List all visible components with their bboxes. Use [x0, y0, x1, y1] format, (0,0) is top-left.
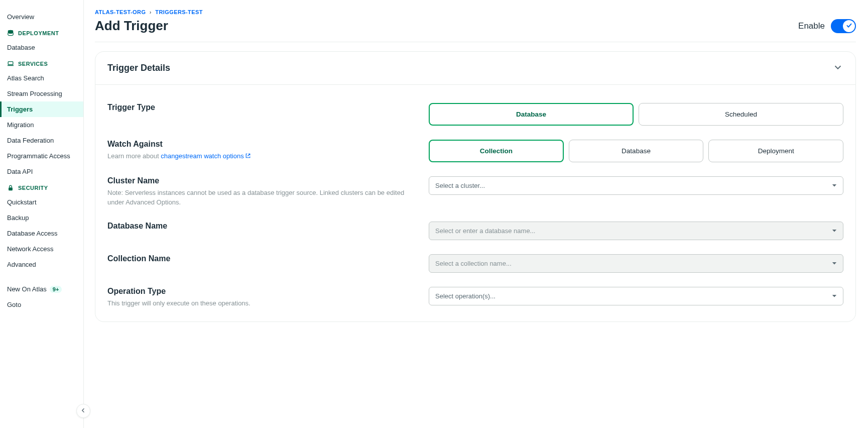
select-placeholder: Select a collection name...: [435, 260, 512, 267]
enable-label: Enable: [798, 21, 825, 31]
enable-toggle[interactable]: [831, 19, 856, 33]
section-label: DEPLOYMENT: [18, 30, 59, 36]
chevron-left-icon: [80, 407, 86, 415]
sidebar-item-label: Network Access: [7, 245, 53, 253]
breadcrumb-org[interactable]: ATLAS-TEST-ORG: [95, 9, 146, 15]
sidebar-item-data-api[interactable]: Data API: [0, 164, 83, 179]
svg-rect-2: [9, 187, 13, 190]
sidebar-item-label: Quickstart: [7, 198, 37, 206]
sidebar-item-label: Database: [7, 44, 35, 51]
breadcrumb-project[interactable]: TRIGGERS-TEST: [155, 9, 202, 15]
sidebar-item-label: Overview: [7, 13, 34, 21]
external-link-icon: [245, 152, 251, 158]
trigger-details-card: Trigger Details Trigger Type Database Sc…: [95, 51, 856, 322]
checkmark-icon: [846, 22, 852, 30]
trigger-type-label: Trigger Type: [107, 103, 409, 112]
lock-icon: [7, 184, 14, 191]
sidebar-item-backup[interactable]: Backup: [0, 210, 83, 226]
sidebar-section-deployment: DEPLOYMENT: [0, 25, 83, 40]
sidebar-item-stream-processing[interactable]: Stream Processing: [0, 86, 83, 101]
sidebar-item-label: New On Atlas: [7, 285, 47, 293]
sidebar-section-services: SERVICES: [0, 55, 83, 70]
caret-down-icon: [832, 227, 837, 235]
sidebar-item-goto[interactable]: Goto: [0, 297, 83, 312]
sidebar-item-label: Goto: [7, 301, 21, 308]
sidebar-item-advanced[interactable]: Advanced: [0, 257, 83, 272]
sidebar-item-label: Migration: [7, 121, 34, 129]
sidebar-item-quickstart[interactable]: Quickstart: [0, 194, 83, 210]
sidebar-item-label: Data Federation: [7, 137, 54, 144]
operation-type-label: Operation Type: [107, 287, 409, 296]
sidebar-item-new-on-atlas[interactable]: New On Atlas 9+: [0, 281, 83, 297]
svg-rect-1: [8, 62, 13, 65]
cluster-name-helper: Note: Serverless instances cannot be use…: [107, 188, 409, 207]
select-placeholder: Select a cluster...: [435, 182, 485, 189]
collection-name-label: Collection Name: [107, 254, 409, 263]
sidebar-item-label: Advanced: [7, 261, 36, 268]
watch-against-group: Collection Database Deployment: [429, 140, 843, 162]
sidebar-item-label: Stream Processing: [7, 90, 62, 97]
sidebar-section-security: SECURITY: [0, 179, 83, 194]
cluster-name-label: Cluster Name: [107, 176, 409, 185]
new-on-atlas-badge: 9+: [50, 286, 62, 293]
collection-name-select[interactable]: Select a collection name...: [429, 254, 843, 273]
page-title: Add Trigger: [95, 18, 168, 34]
chevron-down-icon: [832, 62, 843, 74]
sidebar-item-label: Backup: [7, 214, 29, 222]
section-label: SECURITY: [18, 185, 48, 191]
trigger-type-option-database[interactable]: Database: [429, 103, 634, 126]
breadcrumb: ATLAS-TEST-ORG › TRIGGERS-TEST: [95, 9, 856, 15]
changestream-watch-options-link[interactable]: changestream watch options: [161, 152, 251, 160]
watch-against-option-deployment[interactable]: Deployment: [708, 140, 843, 162]
operation-type-select[interactable]: Select operation(s)...: [429, 287, 843, 305]
main-content: ATLAS-TEST-ORG › TRIGGERS-TEST Add Trigg…: [84, 0, 868, 428]
sidebar: Overview DEPLOYMENT Database SERVICES At…: [0, 0, 84, 428]
select-placeholder: Select operation(s)...: [435, 292, 495, 300]
database-name-select[interactable]: Select or enter a database name...: [429, 222, 843, 240]
trigger-details-header[interactable]: Trigger Details: [95, 52, 855, 85]
watch-against-option-collection[interactable]: Collection: [429, 140, 564, 162]
watch-against-option-database[interactable]: Database: [569, 140, 704, 162]
watch-against-helper: Learn more about changestream watch opti…: [107, 152, 409, 161]
database-name-label: Database Name: [107, 222, 409, 231]
cluster-name-select[interactable]: Select a cluster...: [429, 176, 843, 195]
helper-text: Learn more about: [107, 152, 161, 160]
database-stack-icon: [7, 30, 14, 37]
sidebar-item-overview[interactable]: Overview: [0, 9, 83, 25]
watch-against-label: Watch Against: [107, 140, 409, 149]
sidebar-item-database-access[interactable]: Database Access: [0, 226, 83, 241]
laptop-icon: [7, 60, 14, 67]
breadcrumb-separator: ›: [150, 9, 152, 15]
operation-type-helper: This trigger will only execute on these …: [107, 299, 409, 308]
sidebar-item-atlas-search[interactable]: Atlas Search: [0, 70, 83, 86]
sidebar-item-migration[interactable]: Migration: [0, 117, 83, 133]
trigger-type-group: Database Scheduled: [429, 103, 843, 126]
caret-down-icon: [832, 182, 837, 189]
sidebar-item-label: Atlas Search: [7, 74, 44, 82]
trigger-type-option-scheduled[interactable]: Scheduled: [639, 103, 843, 126]
card-title: Trigger Details: [107, 63, 170, 73]
sidebar-item-label: Data API: [7, 168, 33, 175]
caret-down-icon: [832, 292, 837, 300]
sidebar-item-label: Programmatic Access: [7, 152, 70, 160]
caret-down-icon: [832, 260, 837, 267]
sidebar-collapse-button[interactable]: [76, 404, 90, 418]
select-placeholder: Select or enter a database name...: [435, 227, 535, 235]
sidebar-item-label: Database Access: [7, 230, 57, 237]
sidebar-item-triggers[interactable]: Triggers: [0, 101, 83, 117]
sidebar-item-database[interactable]: Database: [0, 40, 83, 55]
section-label: SERVICES: [18, 61, 48, 67]
sidebar-item-network-access[interactable]: Network Access: [0, 241, 83, 257]
sidebar-item-data-federation[interactable]: Data Federation: [0, 133, 83, 148]
sidebar-item-label: Triggers: [7, 105, 33, 113]
sidebar-item-programmatic-access[interactable]: Programmatic Access: [0, 148, 83, 164]
